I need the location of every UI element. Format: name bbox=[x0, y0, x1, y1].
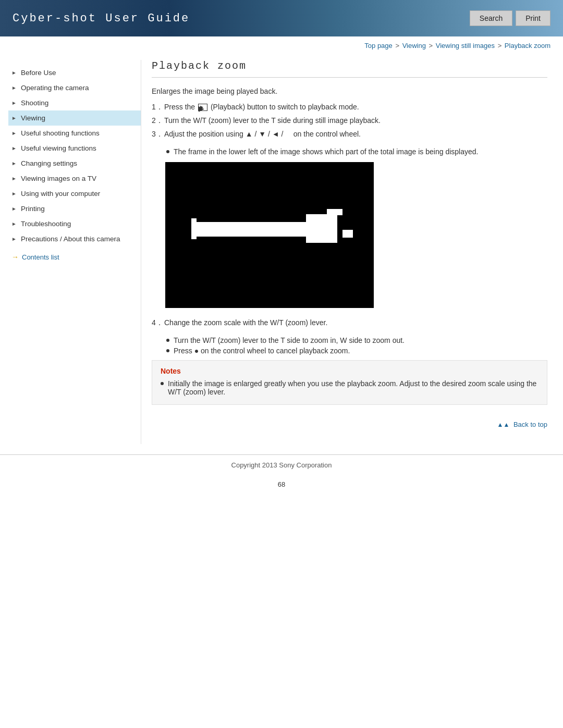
print-button[interactable]: Print bbox=[516, 10, 550, 26]
sidebar-item-precautions[interactable]: ► Precautions / About this camera bbox=[8, 231, 141, 246]
sidebar-item-useful-shooting[interactable]: ► Useful shooting functions bbox=[8, 126, 141, 141]
breadcrumb-playback-zoom[interactable]: Playback zoom bbox=[505, 42, 550, 50]
chevron-right-icon: ► bbox=[11, 161, 18, 167]
main-layout: ► Before Use ► Operating the camera ► Sh… bbox=[0, 55, 563, 454]
header: Cyber-shot User Guide Search Print bbox=[0, 0, 563, 36]
chevron-right-icon: ► bbox=[11, 100, 18, 106]
shape-lens bbox=[306, 214, 337, 243]
step-list: 1． Press the ▶ (Playback) button to swit… bbox=[152, 103, 547, 139]
shape-grip bbox=[191, 218, 197, 239]
sidebar-label-before-use: Before Use bbox=[21, 69, 56, 77]
sidebar-label-printing: Printing bbox=[21, 205, 45, 213]
step-4-text: Change the zoom scale with the W/T (zoom… bbox=[164, 318, 547, 327]
sidebar-item-shooting[interactable]: ► Shooting bbox=[8, 95, 141, 110]
step-2-text: Turn the W/T (zoom) lever to the T side … bbox=[164, 116, 547, 125]
back-to-top-icon: ▲▲ bbox=[497, 421, 510, 428]
header-title: Cyber-shot User Guide bbox=[13, 12, 190, 25]
step-3-num: 3． bbox=[152, 130, 164, 139]
chevron-right-icon: ► bbox=[11, 176, 18, 182]
bullet-dot-icon-4 bbox=[161, 382, 164, 385]
breadcrumb-viewing[interactable]: Viewing bbox=[402, 42, 426, 50]
sidebar-label-viewing-tv: Viewing images on a TV bbox=[21, 175, 96, 182]
sidebar-item-operating[interactable]: ► Operating the camera bbox=[8, 80, 141, 95]
bullet-dot-icon-2 bbox=[166, 339, 169, 342]
sidebar-item-before-use[interactable]: ► Before Use bbox=[8, 65, 141, 80]
contents-list-link[interactable]: → Contents list bbox=[8, 249, 141, 265]
sidebar-item-viewing[interactable]: ► Viewing bbox=[8, 110, 141, 126]
breadcrumb-sep-3: > bbox=[498, 42, 504, 50]
chevron-right-icon: ► bbox=[11, 191, 18, 197]
notes-title: Notes bbox=[161, 367, 538, 375]
sidebar-item-useful-viewing[interactable]: ► Useful viewing functions bbox=[8, 141, 141, 156]
step-3-sub-bullets: The frame in the lower left of the image… bbox=[152, 147, 547, 156]
breadcrumb-viewing-still[interactable]: Viewing still images bbox=[436, 42, 495, 50]
chevron-right-icon: ► bbox=[11, 85, 18, 91]
content-area: Playback zoom Enlarges the image being p… bbox=[141, 60, 563, 444]
step-4-bullet-2: Press ● on the control wheel to cancel p… bbox=[166, 347, 547, 355]
sidebar-item-using-computer[interactable]: ► Using with your computer bbox=[8, 186, 141, 201]
breadcrumb-sep-1: > bbox=[395, 42, 401, 50]
search-button[interactable]: Search bbox=[470, 10, 512, 26]
demo-image bbox=[165, 162, 374, 308]
step-1: 1． Press the ▶ (Playback) button to swit… bbox=[152, 103, 547, 112]
step-2-num: 2． bbox=[152, 116, 164, 126]
bullet-dot-icon bbox=[166, 150, 169, 153]
step-1-num: 1． bbox=[152, 103, 164, 112]
breadcrumb-top-page[interactable]: Top page bbox=[364, 42, 393, 50]
step-4-bullet-2-text: Press ● on the control wheel to cancel p… bbox=[174, 347, 350, 355]
back-to-top-label: Back to top bbox=[513, 421, 547, 428]
sidebar-label-changing-settings: Changing settings bbox=[21, 159, 77, 167]
step-4-bullet-1-text: Turn the W/T (zoom) lever to the T side … bbox=[174, 336, 405, 344]
step-4: 4． Change the zoom scale with the W/T (z… bbox=[152, 318, 547, 328]
intro-text: Enlarges the image being played back. bbox=[152, 87, 547, 95]
chevron-right-icon: ► bbox=[11, 221, 18, 227]
sidebar-label-shooting: Shooting bbox=[21, 99, 48, 107]
chevron-right-icon: ► bbox=[11, 206, 18, 212]
step-3: 3． Adjust the position using ▲ / ▼ / ◄ /… bbox=[152, 130, 547, 139]
sidebar-item-changing-settings[interactable]: ► Changing settings bbox=[8, 156, 141, 171]
chevron-right-icon: ► bbox=[11, 130, 18, 137]
demo-image-inner bbox=[165, 162, 374, 308]
step-4-sub-bullets: Turn the W/T (zoom) lever to the T side … bbox=[152, 336, 547, 355]
shape-right-side bbox=[342, 230, 353, 238]
sidebar-label-precautions: Precautions / About this camera bbox=[21, 235, 120, 243]
contents-list-label: Contents list bbox=[22, 253, 59, 261]
chevron-right-icon: ► bbox=[11, 145, 18, 152]
sidebar-label-using-computer: Using with your computer bbox=[21, 190, 100, 198]
breadcrumb-sep-2: > bbox=[429, 42, 435, 50]
sidebar-item-troubleshooting[interactable]: ► Troubleshooting bbox=[8, 216, 141, 231]
breadcrumb: Top page > Viewing > Viewing still image… bbox=[0, 36, 563, 55]
footer: Copyright 2013 Sony Corporation bbox=[0, 454, 563, 475]
sidebar-label-useful-viewing: Useful viewing functions bbox=[21, 144, 96, 152]
notes-item-1: Initially the image is enlarged greatly … bbox=[161, 379, 538, 396]
playback-icon: ▶ bbox=[198, 104, 207, 111]
chevron-right-icon-active: ► bbox=[11, 115, 18, 121]
sidebar-label-viewing: Viewing bbox=[21, 114, 45, 122]
sidebar-label-useful-shooting: Useful shooting functions bbox=[21, 129, 100, 137]
sidebar: ► Before Use ► Operating the camera ► Sh… bbox=[0, 60, 141, 444]
sidebar-label-operating: Operating the camera bbox=[21, 84, 89, 92]
back-to-top-link[interactable]: ▲▲ Back to top bbox=[497, 421, 547, 428]
sidebar-item-viewing-tv[interactable]: ► Viewing images on a TV bbox=[8, 171, 141, 186]
shape-top bbox=[327, 209, 342, 215]
notes-item-1-text: Initially the image is enlarged greatly … bbox=[168, 379, 538, 396]
page-number: 68 bbox=[0, 475, 563, 493]
back-to-top-row: ▲▲ Back to top bbox=[152, 415, 547, 434]
step-4-bullet-1: Turn the W/T (zoom) lever to the T side … bbox=[166, 336, 547, 344]
chevron-right-icon: ► bbox=[11, 236, 18, 242]
notes-box: Notes Initially the image is enlarged gr… bbox=[152, 360, 547, 405]
step-1-text: Press the ▶ (Playback) button to switch … bbox=[164, 103, 547, 111]
step-4-list: 4． Change the zoom scale with the W/T (z… bbox=[152, 318, 547, 328]
step-3-bullet-1-text: The frame in the lower left of the image… bbox=[174, 147, 478, 156]
sidebar-item-printing[interactable]: ► Printing bbox=[8, 201, 141, 216]
header-buttons: Search Print bbox=[470, 10, 550, 26]
sidebar-label-troubleshooting: Troubleshooting bbox=[21, 220, 71, 228]
step-3-text: Adjust the position using ▲ / ▼ / ◄ / on… bbox=[164, 130, 547, 138]
step-2: 2． Turn the W/T (zoom) lever to the T si… bbox=[152, 116, 547, 126]
arrow-right-icon: → bbox=[11, 253, 19, 261]
step-3-bullet-1: The frame in the lower left of the image… bbox=[166, 147, 547, 156]
bullet-dot-icon-3 bbox=[166, 349, 169, 352]
page-title: Playback zoom bbox=[152, 60, 547, 78]
step-4-num: 4． bbox=[152, 318, 164, 328]
notes-list: Initially the image is enlarged greatly … bbox=[161, 379, 538, 396]
